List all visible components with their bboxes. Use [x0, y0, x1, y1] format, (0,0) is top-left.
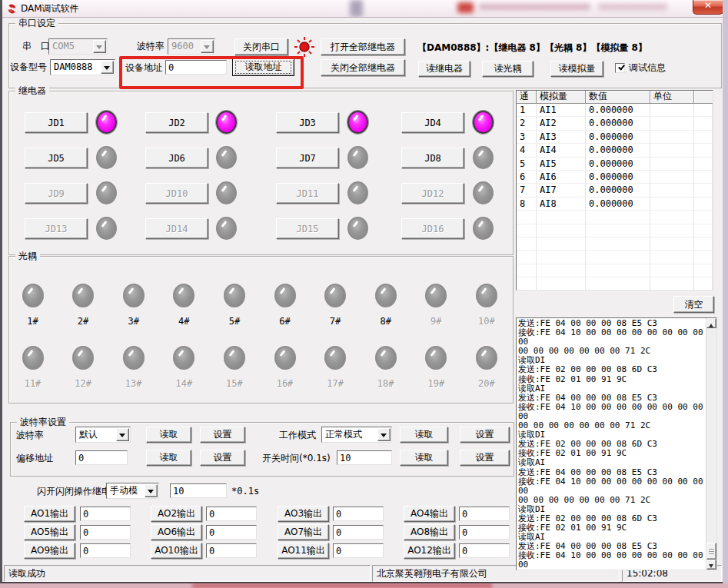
set-switch-time-button[interactable]: 设置: [460, 450, 510, 466]
table-cell: [586, 277, 650, 291]
relay-led-JD2: [216, 111, 237, 134]
open-all-relays-button[interactable]: 打开全部继电器: [321, 38, 405, 55]
table-cell: AI7: [537, 184, 586, 197]
baud-settings-caption: 波特率设置: [17, 417, 69, 428]
read-address-button[interactable]: 读取地址: [232, 58, 294, 76]
ao-button-AO7输出[interactable]: AO7输出: [278, 524, 329, 540]
offset-address-input[interactable]: [75, 450, 128, 465]
comm-log[interactable]: 发送:FE 04 00 00 00 08 E5 C3 接收:FE 04 10 0…: [516, 317, 717, 570]
status-message: 读取成功: [4, 565, 371, 582]
table-row[interactable]: 8AI80.000000: [517, 198, 713, 211]
ao-button-AO9输出[interactable]: AO9输出: [24, 543, 75, 559]
opto-label-14#: 14#: [168, 377, 199, 390]
ao-input-AO4输出[interactable]: [459, 507, 510, 521]
table-cell: [694, 238, 713, 251]
relay-button-JD8[interactable]: JD8: [401, 148, 464, 168]
table-row[interactable]: 1AI10.000000: [517, 104, 713, 117]
work-mode-select[interactable]: 正常模式: [321, 427, 392, 443]
chevron-down-icon: [93, 40, 106, 53]
clear-log-button[interactable]: 清空: [673, 296, 714, 313]
relay-button-JD6[interactable]: JD6: [145, 148, 208, 168]
ao-input-AO5输出[interactable]: [80, 525, 131, 540]
table-cell: [586, 224, 650, 238]
ao-input-AO1输出[interactable]: [80, 507, 131, 521]
debug-info-label: 调试信息: [629, 61, 666, 74]
ao-input-AO2输出[interactable]: [206, 507, 257, 521]
table-cell: AI8: [537, 198, 586, 211]
table-header-单位[interactable]: 单位: [650, 91, 694, 104]
relay-button-JD3[interactable]: JD3: [276, 112, 339, 133]
table-header-通[interactable]: 通: [517, 91, 537, 104]
table-header-blank[interactable]: [694, 91, 713, 104]
ao-button-AO5输出[interactable]: AO5输出: [24, 524, 75, 540]
ao-button-AO6输出[interactable]: AO6输出: [151, 524, 202, 540]
table-row[interactable]: 6AI60.000000: [517, 171, 713, 184]
close-button[interactable]: ✕: [693, 0, 723, 15]
read-opto-button[interactable]: 读光耦: [482, 61, 534, 77]
background-window-artifact: [457, 2, 474, 13]
log-scrollbar[interactable]: [706, 318, 716, 570]
ao-button-AO1输出[interactable]: AO1输出: [24, 506, 75, 522]
device-model-select[interactable]: DAM0888: [50, 59, 115, 75]
ao-input-AO10输出[interactable]: [206, 543, 257, 558]
baud-rate-config-select[interactable]: 默认: [75, 427, 131, 443]
switch-time-input[interactable]: [337, 450, 392, 465]
ao-button-AO12输出[interactable]: AO12输出: [404, 543, 455, 559]
ao-input-AO11输出[interactable]: [333, 543, 384, 558]
flash-mode-select[interactable]: 手动模式: [106, 483, 159, 499]
table-row[interactable]: 2AI20.000000: [517, 117, 713, 130]
table-cell: AI6: [537, 171, 586, 184]
relay-button-JD4[interactable]: JD4: [401, 112, 464, 133]
opto-led-1#: [22, 284, 44, 307]
relay-button-JD1[interactable]: JD1: [25, 112, 88, 133]
table-row[interactable]: 4AI40.000000: [517, 144, 713, 157]
relay-button-JD5[interactable]: JD5: [25, 148, 88, 168]
ao-button-AO4输出[interactable]: AO4输出: [404, 506, 455, 522]
read-analog-button[interactable]: 读模拟量: [550, 61, 603, 77]
scrollbar-thumb[interactable]: [706, 543, 716, 560]
scroll-up-icon[interactable]: [706, 318, 716, 328]
ao-input-AO6输出[interactable]: [206, 525, 257, 540]
read-offset-address-button[interactable]: 读取: [146, 450, 191, 466]
debug-info-checkbox[interactable]: [615, 63, 625, 73]
ao-button-AO10输出[interactable]: AO10输出: [151, 543, 202, 559]
read-relays-button[interactable]: 读继电器: [418, 61, 470, 77]
table-row[interactable]: 3AI30.000000: [517, 131, 713, 144]
ao-button-AO8输出[interactable]: AO8输出: [404, 524, 455, 540]
opto-label-9#: 9#: [421, 315, 451, 327]
ao-input-AO3输出[interactable]: [333, 507, 384, 521]
table-row[interactable]: 5AI50.000000: [517, 158, 713, 171]
set-baud-rate-button[interactable]: 设置: [200, 427, 245, 443]
set-work-mode-button[interactable]: 设置: [460, 427, 510, 443]
opto-led-9#: [425, 284, 447, 307]
ao-button-AO2输出[interactable]: AO2输出: [151, 506, 202, 522]
close-all-relays-button[interactable]: 关闭全部继电器: [321, 59, 405, 76]
read-work-mode-button[interactable]: 读取: [400, 427, 448, 443]
relay-button-JD2[interactable]: JD2: [145, 112, 208, 133]
read-baud-rate-button[interactable]: 读取: [146, 427, 191, 443]
table-cell: 0.000000: [586, 117, 650, 130]
ao-button-AO3输出[interactable]: AO3输出: [278, 506, 329, 522]
relay-led-JD8: [473, 146, 494, 169]
table-row[interactable]: 7AI70.000000: [517, 184, 713, 197]
table-header-数值[interactable]: 数值: [586, 91, 650, 104]
close-serial-button[interactable]: 关闭串口: [234, 38, 288, 55]
ao-button-AO11输出[interactable]: AO11输出: [278, 543, 329, 559]
ao-input-AO9输出[interactable]: [80, 543, 131, 558]
ao-input-AO7输出[interactable]: [333, 525, 384, 540]
opto-label-3#: 3#: [118, 315, 149, 327]
opto-label-16#: 16#: [270, 377, 301, 390]
table-header-模拟量[interactable]: 模拟量: [537, 91, 586, 104]
flash-time-input[interactable]: [170, 483, 227, 498]
device-address-input[interactable]: [165, 60, 227, 75]
ao-input-AO12输出[interactable]: [459, 543, 510, 558]
flash-mode-value: 手动模式: [110, 484, 145, 497]
opto-led-6#: [274, 284, 296, 307]
relay-button-JD7[interactable]: JD7: [276, 148, 339, 168]
opto-label-10#: 10#: [471, 315, 502, 327]
read-switch-time-button[interactable]: 读取: [400, 450, 448, 466]
scroll-down-icon[interactable]: [706, 560, 716, 570]
ao-input-AO8输出[interactable]: [459, 525, 510, 540]
set-offset-address-button[interactable]: 设置: [200, 450, 245, 466]
table-cell: [650, 277, 694, 291]
